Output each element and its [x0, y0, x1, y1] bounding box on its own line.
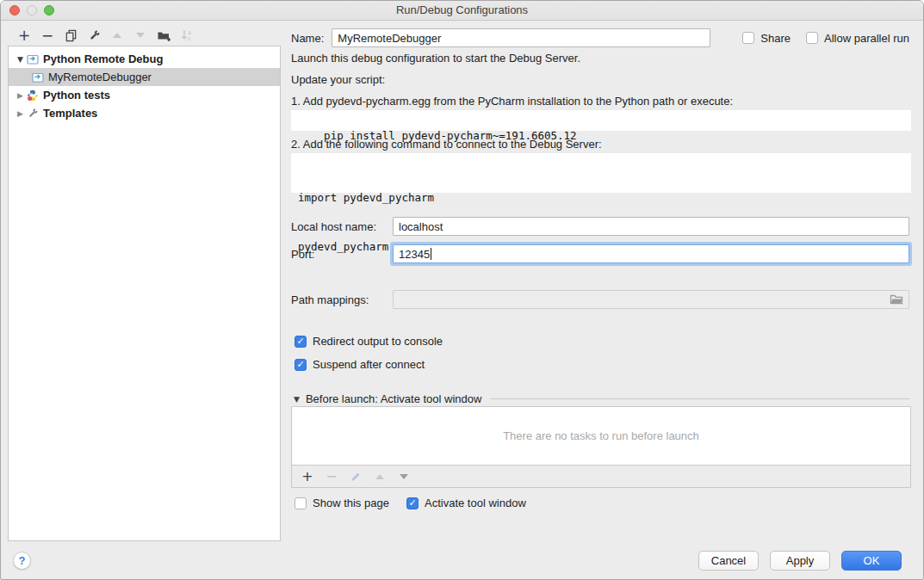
move-down-icon[interactable] — [133, 28, 147, 42]
collapse-triangle-icon[interactable]: ▼ — [294, 395, 300, 404]
name-value: MyRemoteDebugger — [338, 32, 441, 45]
show-this-page-label: Show this page — [313, 497, 389, 509]
new-folder-icon[interactable] — [157, 28, 171, 42]
show-this-page-checkbox-box[interactable] — [295, 497, 307, 509]
chevron-right-icon[interactable]: ▶ — [14, 91, 27, 100]
step1-text: 1. Add pydevd-pycharm.egg from the PyCha… — [291, 95, 733, 108]
before-launch-header[interactable]: ▼ Before launch: Activate tool window — [294, 392, 909, 405]
configurations-tree: ▼ Python Remote Debug MyRemoteDebugger ▶… — [8, 46, 281, 541]
suspend-after-connect-label: Suspend after connect — [313, 358, 425, 371]
share-checkbox-box[interactable] — [742, 32, 754, 44]
show-this-page-checkbox[interactable]: Show this page — [295, 497, 389, 509]
share-label: Share — [760, 32, 791, 45]
path-mappings-label: Path mappings: — [291, 293, 393, 306]
import-line: import pydevd_pycharm — [298, 189, 904, 206]
redirect-output-label: Redirect output to console — [313, 335, 443, 348]
tree-item-label: MyRemoteDebugger — [48, 71, 152, 83]
remote-debug-icon — [32, 71, 45, 83]
redirect-output-checkbox-box[interactable] — [295, 336, 307, 348]
allow-parallel-run-label: Allow parallel run — [824, 32, 909, 45]
browse-folder-icon[interactable] — [890, 293, 903, 305]
title-bar: Run/Debug Configurations — [1, 1, 923, 21]
name-label: Name: — [291, 32, 324, 45]
step2-text: 2. Add the following command to connect … — [291, 138, 602, 151]
redirect-output-checkbox[interactable]: Redirect output to console — [295, 335, 443, 348]
edit-defaults-wrench-icon[interactable] — [87, 28, 101, 42]
local-host-row: Local host name: localhost — [291, 217, 909, 236]
intro-text: Launch this debug configuration to start… — [291, 52, 580, 65]
local-host-value: localhost — [399, 220, 443, 233]
add-configuration-icon[interactable]: + — [17, 28, 31, 42]
port-label: Port: — [291, 248, 393, 261]
move-task-down-icon[interactable] — [397, 470, 411, 484]
update-script-text: Update your script: — [291, 73, 385, 86]
tree-item-myremotedebugger[interactable]: MyRemoteDebugger — [9, 68, 280, 86]
path-mappings-row: Path mappings: — [291, 290, 909, 309]
activate-tool-window-checkbox[interactable]: Activate tool window — [406, 497, 526, 509]
name-input[interactable]: MyRemoteDebugger — [332, 28, 710, 47]
empty-tasks-text: There are no tasks to run before launch — [503, 429, 699, 442]
help-button[interactable]: ? — [13, 552, 31, 570]
chevron-down-icon[interactable]: ▼ — [14, 55, 27, 64]
tree-item-python-remote-debug[interactable]: ▼ Python Remote Debug — [9, 50, 280, 68]
tree-item-label: Templates — [43, 107, 97, 120]
share-checkbox[interactable]: Share — [742, 32, 791, 45]
remove-configuration-icon[interactable]: − — [40, 28, 54, 42]
local-host-input[interactable]: localhost — [393, 217, 909, 236]
help-question-mark: ? — [19, 554, 26, 567]
before-launch-tasks-list[interactable]: There are no tasks to run before launch — [291, 406, 911, 466]
settrace-code-block: import pydevd_pycharm pydevd_pycharm.set… — [291, 153, 911, 193]
activate-tool-window-checkbox-box[interactable] — [406, 497, 419, 509]
move-up-icon[interactable] — [110, 28, 124, 42]
text-caret — [431, 248, 431, 260]
header-divider — [491, 398, 909, 399]
edit-task-pencil-icon[interactable] — [349, 470, 363, 484]
run-debug-configurations-dialog: Run/Debug Configurations + − az ▼ — [0, 0, 924, 580]
suspend-after-connect-checkbox-box[interactable] — [295, 359, 307, 371]
chevron-right-icon[interactable]: ▶ — [14, 109, 27, 118]
remove-task-icon[interactable]: − — [325, 470, 338, 484]
sort-alphabetically-icon[interactable]: az — [180, 28, 194, 42]
tree-item-label: Python tests — [43, 89, 110, 102]
allow-parallel-run-checkbox[interactable]: Allow parallel run — [806, 32, 909, 45]
before-launch-title: Before launch: Activate tool window — [306, 392, 482, 405]
name-row: Name: MyRemoteDebugger Share Allow paral… — [291, 28, 909, 47]
svg-text:z: z — [188, 35, 191, 42]
dialog-buttons: Cancel Apply OK — [698, 551, 902, 571]
apply-button[interactable]: Apply — [770, 551, 830, 571]
python-tests-icon — [27, 89, 40, 102]
ok-button[interactable]: OK — [841, 551, 902, 571]
port-value: 12345 — [399, 248, 430, 261]
activate-tool-window-label: Activate tool window — [425, 497, 526, 509]
window-title: Run/Debug Configurations — [1, 3, 923, 16]
before-launch-toolbar: + − — [291, 466, 911, 488]
templates-wrench-icon — [27, 107, 40, 120]
remote-debug-icon — [27, 52, 40, 65]
move-task-up-icon[interactable] — [373, 470, 387, 484]
port-row: Port: 12345 — [291, 244, 909, 263]
tree-item-templates[interactable]: ▶ Templates — [9, 104, 280, 122]
suspend-after-connect-checkbox[interactable]: Suspend after connect — [295, 358, 425, 371]
tree-toolbar: + − az — [8, 25, 281, 46]
local-host-label: Local host name: — [291, 220, 393, 233]
tree-item-python-tests[interactable]: ▶ Python tests — [9, 86, 280, 104]
cancel-button[interactable]: Cancel — [698, 551, 759, 571]
copy-configuration-icon[interactable] — [64, 28, 78, 42]
path-mappings-input[interactable] — [393, 290, 909, 309]
pip-install-code-block: pip install pydevd-pycharm~=191.6605.12 — [291, 110, 911, 131]
tree-item-label: Python Remote Debug — [43, 52, 163, 65]
allow-parallel-run-checkbox-box[interactable] — [806, 32, 818, 44]
add-task-icon[interactable]: + — [301, 470, 314, 484]
port-input[interactable]: 12345 — [393, 244, 909, 263]
